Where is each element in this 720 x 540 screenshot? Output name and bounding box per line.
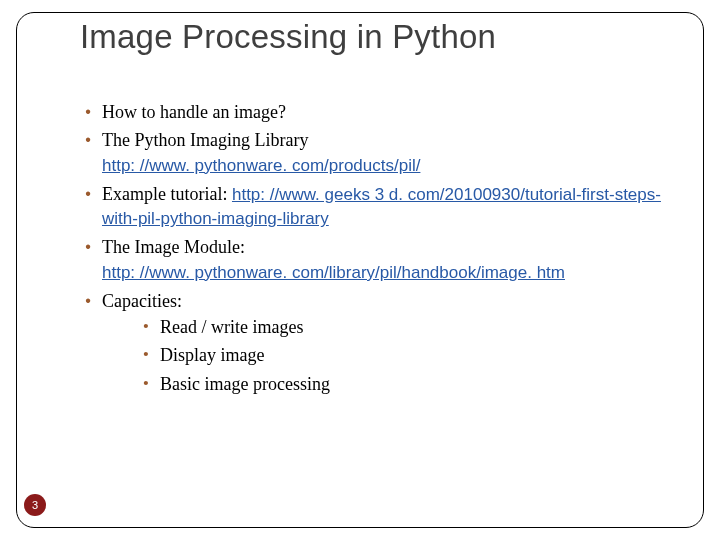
bullet-text: The Image Module: http: //www. pythonwar…	[102, 235, 690, 284]
page-number-badge: 3	[24, 494, 46, 516]
bullet-icon: •	[74, 289, 102, 313]
bullet-icon: •	[132, 315, 160, 338]
bullet-item: • Capacities: • Read / write images • Di…	[74, 289, 690, 400]
bullet-item: • How to handle an image?	[74, 100, 690, 124]
bullet-text: Example tutorial: http: //www. geeks 3 d…	[102, 182, 690, 232]
sub-bullet-list: • Read / write images • Display image • …	[132, 315, 690, 396]
bullet-icon: •	[74, 182, 102, 206]
sub-bullet-text: Display image	[160, 343, 690, 367]
slide-title: Image Processing in Python	[80, 18, 496, 56]
sub-bullet-item: • Read / write images	[132, 315, 690, 339]
sub-bullet-text: Basic image processing	[160, 372, 690, 396]
bullet-item: • Example tutorial: http: //www. geeks 3…	[74, 182, 690, 232]
slide-content: • How to handle an image? • The Python I…	[74, 100, 690, 404]
bullet-icon: •	[74, 128, 102, 152]
text-span: The Image Module:	[102, 237, 245, 257]
bullet-icon: •	[132, 372, 160, 395]
link-pythonware-handbook[interactable]: http: //www. pythonware. com/library/pil…	[102, 263, 565, 282]
text-span: The Python Imaging Library	[102, 130, 308, 150]
bullet-text: Capacities: • Read / write images • Disp…	[102, 289, 690, 400]
bullet-icon: •	[74, 235, 102, 259]
bullet-icon: •	[74, 100, 102, 124]
bullet-icon: •	[132, 343, 160, 366]
slide: Image Processing in Python • How to hand…	[0, 0, 720, 540]
text-span: Capacities:	[102, 291, 182, 311]
sub-bullet-item: • Basic image processing	[132, 372, 690, 396]
bullet-item: • The Python Imaging Library http: //www…	[74, 128, 690, 177]
link-pythonware-pil[interactable]: http: //www. pythonware. com/products/pi…	[102, 156, 420, 175]
bullet-item: • The Image Module: http: //www. pythonw…	[74, 235, 690, 284]
bullet-text: How to handle an image?	[102, 100, 690, 124]
text-span: Example tutorial:	[102, 184, 232, 204]
bullet-text: The Python Imaging Library http: //www. …	[102, 128, 690, 177]
sub-bullet-text: Read / write images	[160, 315, 690, 339]
sub-bullet-item: • Display image	[132, 343, 690, 367]
